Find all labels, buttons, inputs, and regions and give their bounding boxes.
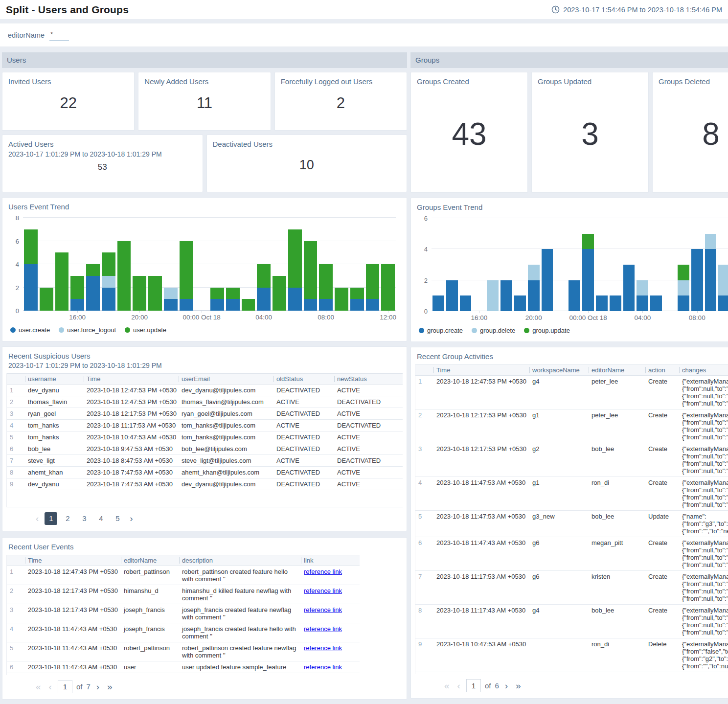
bar-segment-user.update[interactable]	[86, 264, 100, 276]
bar-segment-group.create[interactable]	[705, 249, 717, 311]
bar-segment-group.create[interactable]	[582, 249, 594, 311]
next-page-button[interactable]: ›	[128, 514, 135, 523]
current-page-box[interactable]: 1	[466, 679, 481, 692]
reference-link[interactable]: reference link	[304, 644, 342, 652]
page-button-3[interactable]: 3	[78, 512, 91, 525]
page-button-4[interactable]: 4	[94, 512, 107, 525]
bar-segment-user.update[interactable]	[40, 288, 53, 311]
reference-link[interactable]: reference link	[304, 568, 342, 575]
bar-segment-user.create[interactable]	[319, 299, 333, 311]
bar-segment-group.create[interactable]	[432, 295, 444, 311]
bar-segment-user.create[interactable]	[288, 288, 302, 311]
bar-segment-user.create[interactable]	[350, 299, 364, 311]
metric-label: Forcefully Logged out Users	[281, 77, 401, 86]
reference-link[interactable]: reference link	[304, 663, 342, 671]
bar-segment-group.create[interactable]	[623, 265, 635, 311]
bar-segment-group.delete[interactable]	[705, 234, 717, 250]
bar-segment-group.delete[interactable]	[528, 265, 540, 280]
bar-segment-group.create[interactable]	[678, 295, 689, 311]
bar-segment-group.delete[interactable]	[718, 265, 728, 295]
legend-item-user.update[interactable]: user.update	[125, 326, 166, 334]
bar-segment-user.update[interactable]	[319, 264, 333, 299]
bar-segment-user.force_logout[interactable]	[164, 288, 178, 299]
editor-name-input[interactable]	[49, 29, 69, 41]
legend-item-group.create[interactable]: group.create	[419, 327, 463, 334]
reference-link[interactable]: reference link	[304, 606, 342, 613]
bar-segment-user.update[interactable]	[210, 288, 224, 299]
bar-segment-user.update[interactable]	[148, 276, 162, 311]
bar-segment-user.create[interactable]	[70, 299, 84, 311]
metric-label: Groups Deleted	[659, 77, 728, 86]
bar-segment-user.update[interactable]	[350, 288, 364, 299]
bar-segment-user.update[interactable]	[24, 229, 38, 264]
bar-segment-user.update[interactable]	[133, 276, 146, 311]
last-page-button[interactable]: »	[105, 682, 114, 692]
bar-segment-group.create[interactable]	[596, 295, 608, 311]
page-button-5[interactable]: 5	[111, 512, 124, 525]
bar-segment-group.create[interactable]	[446, 280, 458, 311]
cell-changes: {"name": {"from":"g3","to":"g3_new"},"de…	[679, 511, 728, 537]
bar-segment-user.update[interactable]	[242, 299, 255, 311]
bar-segment-user.update[interactable]	[55, 252, 69, 311]
bar-segment-group.update[interactable]	[678, 265, 689, 280]
cell-editorName: kristen	[589, 571, 645, 605]
bar-segment-user.create[interactable]	[164, 299, 178, 311]
reference-link[interactable]: reference link	[304, 625, 342, 633]
bar-segment-user.create[interactable]	[24, 264, 38, 311]
total-pages[interactable]: 7	[86, 682, 90, 691]
next-page-button[interactable]: ›	[94, 682, 101, 692]
bar-segment-group.create[interactable]	[569, 280, 580, 311]
bar-segment-user.create[interactable]	[210, 299, 224, 311]
total-pages[interactable]: 6	[495, 681, 499, 690]
current-page-box[interactable]: 1	[58, 680, 72, 693]
bar-segment-user.update[interactable]	[180, 241, 193, 299]
bar-segment-group.update[interactable]	[582, 234, 594, 250]
time-range-picker[interactable]: 2023-10-17 1:54:46 PM to 2023-10-18 1:54…	[551, 5, 722, 14]
bar-segment-user.update[interactable]	[102, 252, 115, 276]
bar-segment-group.delete[interactable]	[487, 280, 499, 311]
bar-segment-user.update[interactable]	[226, 288, 240, 299]
bar-segment-user.create[interactable]	[257, 288, 271, 311]
bar-segment-group.create[interactable]	[514, 295, 526, 311]
bar-segment-group.create[interactable]	[637, 295, 648, 311]
bar-segment-group.create[interactable]	[460, 295, 472, 311]
bar-segment-user.update[interactable]	[288, 229, 302, 288]
page-button-2[interactable]: 2	[61, 512, 74, 525]
bar-segment-user.update[interactable]	[366, 264, 380, 299]
legend-item-user.force_logout[interactable]: user.force_logout	[59, 326, 116, 334]
bar-segment-user.force_logout[interactable]	[102, 276, 115, 288]
bar-segment-group.create[interactable]	[500, 280, 512, 311]
users-column: Users Invited Users 22 Newly Added Users…	[2, 52, 407, 700]
bar-segment-user.update[interactable]	[381, 264, 395, 311]
bar-segment-user.update[interactable]	[304, 241, 318, 299]
bar-segment-user.update[interactable]	[273, 276, 286, 311]
bar-segment-group.delete[interactable]	[637, 280, 648, 296]
last-page-button[interactable]: »	[514, 681, 523, 691]
bar-segment-user.update[interactable]	[70, 276, 84, 299]
bar-segment-user.update[interactable]	[335, 288, 348, 311]
bar-segment-user.create[interactable]	[304, 299, 318, 311]
cell-editorName: ron_di	[589, 638, 645, 672]
legend-item-group.update[interactable]: group.update	[524, 327, 570, 334]
bar-segment-group.create[interactable]	[610, 295, 621, 311]
bar-segment-group.create[interactable]	[718, 295, 728, 311]
bar-segment-user.create[interactable]	[366, 299, 380, 311]
bar-segment-group.create[interactable]	[528, 280, 540, 311]
reference-link[interactable]: reference link	[304, 587, 342, 594]
legend-item-group.delete[interactable]: group.delete	[472, 327, 515, 334]
next-page-button[interactable]: ›	[503, 681, 510, 691]
bar-segment-group.create[interactable]	[691, 249, 703, 311]
bar-segment-user.create[interactable]	[180, 299, 193, 311]
table-header-row: usernameTimeuserEmailoldStatusnewStatus	[7, 374, 403, 385]
legend-item-user.create[interactable]: user.create	[10, 326, 50, 334]
bar-segment-group.create[interactable]	[650, 295, 662, 311]
bar-segment-user.create[interactable]	[102, 288, 115, 311]
bar-segment-user.create[interactable]	[86, 276, 100, 311]
bar-segment-user.create[interactable]	[226, 299, 240, 311]
bar-segment-group.delete[interactable]	[678, 280, 689, 296]
bar-segment-user.update[interactable]	[117, 241, 131, 311]
filter-label: editorName	[8, 31, 45, 39]
bar-segment-user.update[interactable]	[257, 264, 271, 288]
page-button-1[interactable]: 1	[45, 512, 57, 525]
bar-segment-group.create[interactable]	[542, 249, 553, 311]
